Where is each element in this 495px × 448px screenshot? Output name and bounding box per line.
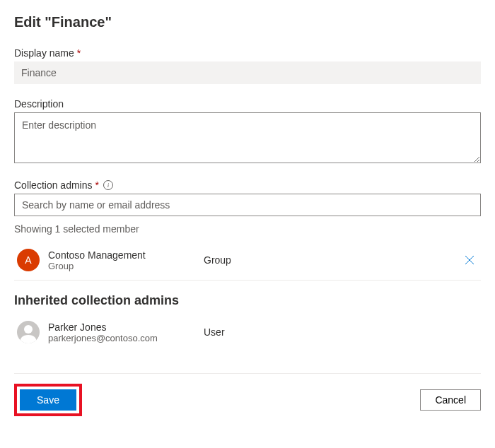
collection-admins-label-text: Collection admins (14, 179, 93, 191)
svg-point-2 (24, 325, 33, 334)
collection-admins-field-group: Collection admins * i (14, 179, 481, 216)
save-highlight-box: Save (14, 384, 82, 416)
display-name-label: Display name * (14, 47, 481, 59)
collection-admins-search-input[interactable] (14, 194, 481, 216)
remove-member-button[interactable] (461, 252, 478, 269)
avatar: A (17, 249, 40, 271)
member-row: A Contoso Management Group Group (14, 240, 481, 281)
info-icon[interactable]: i (103, 180, 113, 190)
avatar (17, 321, 40, 343)
member-info: Parker Jones parkerjones@contoso.com (48, 322, 204, 343)
member-info: Contoso Management Group (48, 249, 204, 271)
member-name: Contoso Management (48, 249, 204, 261)
avatar-initial: A (25, 254, 31, 266)
description-textarea[interactable] (14, 112, 481, 163)
member-type: Group (204, 254, 461, 266)
display-name-field-group: Display name * (14, 47, 481, 84)
description-field-group: Description (14, 98, 481, 165)
member-subtext: parkerjones@contoso.com (48, 333, 204, 343)
required-star-icon: * (95, 179, 99, 191)
inherited-member-row: Parker Jones parkerjones@contoso.com Use… (14, 312, 481, 352)
cancel-button[interactable]: Cancel (420, 389, 481, 411)
required-star-icon: * (77, 47, 81, 59)
save-button[interactable]: Save (20, 389, 76, 411)
page-title: Edit "Finance" (14, 14, 481, 30)
person-icon (17, 321, 40, 343)
member-name: Parker Jones (48, 322, 204, 333)
selected-members-status: Showing 1 selected member (14, 223, 481, 235)
inherited-admins-heading: Inherited collection admins (14, 293, 481, 308)
display-name-label-text: Display name (14, 47, 74, 59)
footer-bar: Save Cancel (14, 373, 481, 416)
member-subtext: Group (48, 261, 204, 271)
description-label-text: Description (14, 98, 64, 110)
collection-admins-label: Collection admins * i (14, 179, 481, 191)
display-name-input[interactable] (14, 61, 481, 84)
close-icon (465, 255, 474, 265)
member-type: User (204, 326, 478, 338)
description-label: Description (14, 98, 481, 110)
